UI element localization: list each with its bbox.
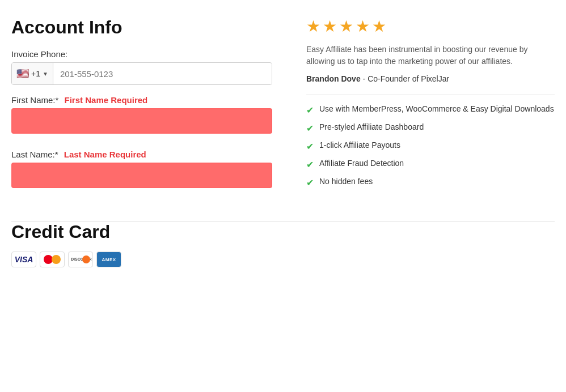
phone-input[interactable]	[53, 63, 272, 84]
author-name: Brandon Dove	[306, 74, 361, 83]
testimonial-text: Easy Affiliate has been instrumental in …	[306, 44, 555, 67]
list-item: ✔ Use with MemberPress, WooCommerce & Ea…	[306, 104, 555, 116]
list-item: ✔ No hidden fees	[306, 177, 555, 188]
section-divider	[306, 95, 555, 95]
check-icon: ✔	[306, 141, 314, 152]
list-item: ✔ Pre-styled Affiliate Dashboard	[306, 122, 555, 134]
feature-text: Affiliate Fraud Detection	[319, 159, 404, 168]
first-name-input[interactable]	[11, 108, 272, 134]
first-name-label: First Name:* First Name Required	[11, 95, 272, 105]
amex-icon: AMEX	[96, 252, 121, 267]
testimonial-author: Brandon Dove - Co-Founder of PixelJar	[306, 74, 555, 83]
check-icon: ✔	[306, 105, 314, 116]
phone-field-group: Invoice Phone: 🇺🇸 +1 ▼	[11, 49, 272, 85]
features-list: ✔ Use with MemberPress, WooCommerce & Ea…	[306, 104, 555, 188]
check-icon: ✔	[306, 177, 314, 188]
check-icon: ✔	[306, 159, 314, 170]
first-name-required: *	[56, 95, 59, 105]
check-icon: ✔	[306, 123, 314, 134]
last-name-label: Last Name:* Last Name Required	[11, 150, 272, 159]
star-1: ★	[306, 17, 320, 36]
feature-text: No hidden fees	[319, 177, 373, 186]
star-5: ★	[372, 17, 386, 36]
discover-icon: DISCOVER	[68, 252, 93, 267]
author-title: - Co-Founder of PixelJar	[363, 74, 450, 83]
feature-text: Use with MemberPress, WooCommerce & Easy…	[319, 104, 554, 113]
star-4: ★	[356, 17, 370, 36]
mastercard-icon	[40, 252, 65, 267]
flag-icon: 🇺🇸	[16, 67, 29, 80]
country-selector[interactable]: 🇺🇸 +1 ▼	[12, 63, 53, 84]
card-icons-row: VISA DISCOVER AMEX	[11, 252, 555, 267]
phone-input-wrapper[interactable]: 🇺🇸 +1 ▼	[11, 62, 272, 85]
dropdown-arrow-icon: ▼	[43, 71, 48, 77]
last-name-required: *	[55, 150, 58, 159]
feature-text: 1-click Affiliate Payouts	[319, 140, 400, 150]
star-rating: ★ ★ ★ ★ ★	[306, 17, 555, 36]
credit-card-section: Credit Card VISA DISCOVER AMEX	[0, 221, 566, 284]
list-item: ✔ 1-click Affiliate Payouts	[306, 140, 555, 152]
country-code: +1	[31, 69, 40, 78]
credit-card-title: Credit Card	[11, 221, 555, 242]
testimonial-section: ★ ★ ★ ★ ★ Easy Affiliate has been instru…	[289, 17, 555, 204]
feature-text: Pre-styled Affiliate Dashboard	[319, 122, 424, 131]
phone-label: Invoice Phone:	[11, 49, 272, 59]
first-name-error: First Name Required	[65, 95, 148, 105]
last-name-input[interactable]	[11, 163, 272, 188]
star-3: ★	[339, 17, 353, 36]
last-name-error: Last Name Required	[64, 150, 146, 159]
page-title: Account Info	[11, 17, 272, 38]
list-item: ✔ Affiliate Fraud Detection	[306, 159, 555, 170]
account-info-section: Account Info Invoice Phone: 🇺🇸 +1 ▼ Firs…	[11, 17, 289, 204]
first-name-field-group: First Name:* First Name Required	[11, 95, 272, 144]
last-name-field-group: Last Name:* Last Name Required	[11, 150, 272, 198]
star-2: ★	[323, 17, 337, 36]
visa-icon: VISA	[11, 252, 36, 267]
